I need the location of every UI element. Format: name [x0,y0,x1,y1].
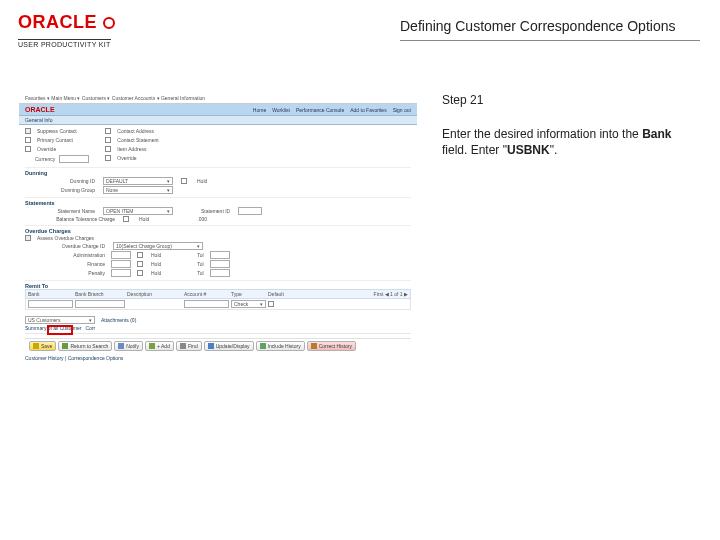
lbl-admin-hold: Hold [151,252,161,258]
lbl-contactaddr: Contact Address [117,128,154,134]
lbl-primary: Primary Contact [37,137,73,143]
col-branch: Bank Branch [75,291,125,297]
chk-itemaddr[interactable] [105,146,111,152]
nav-signout[interactable]: Sign out [393,107,411,113]
plus-icon [149,343,155,349]
save-button[interactable]: Save [29,341,56,351]
update-icon [208,343,214,349]
val-stmt-tol: .000 [197,216,207,222]
find-icon [180,343,186,349]
bank-input[interactable] [28,300,73,308]
lbl-ocid: Overdue Charge ID [25,243,105,249]
oracle-logo-dot-icon [103,17,115,29]
fld-finance[interactable] [111,260,131,268]
lbl-admin-tol: Tol [197,252,203,258]
sel-dunid[interactable]: DEFAULT▾ [103,177,173,185]
chk-assess[interactable] [25,235,31,241]
link-summary[interactable]: Summary of all Customer [25,325,81,331]
lbl-finance: Finance [25,261,105,267]
find-button[interactable]: Find [176,341,202,351]
app-header: ORACLE Home Worklist Performance Console… [19,104,417,115]
include-history-icon [260,343,266,349]
save-icon [33,343,39,349]
lbl-itemaddr: Item Address [117,146,146,152]
bold-bank: Bank [642,127,671,141]
fld-fin-tol[interactable] [210,260,230,268]
app-brand: ORACLE [25,106,55,113]
lbl-pen-hold: Hold [151,270,161,276]
sec-statements: Statements [25,197,411,206]
app-breadcrumb[interactable]: Favorites ▾ Main Menu ▾ Customers ▾ Cust… [19,93,417,104]
fld-stmtid[interactable] [238,207,262,215]
chk-fin-hold[interactable] [137,261,143,267]
app-sublink-bar: General Info [19,115,417,125]
lbl-currency: Currency [35,156,55,162]
chk-primary[interactable] [25,137,31,143]
step-label: Step 21 [442,92,700,108]
sel-ocid[interactable]: 10(Select Charge Group)▾ [113,242,203,250]
chk-contactstmt[interactable] [105,137,111,143]
return-icon [62,343,68,349]
bold-value: USBNK [507,143,550,157]
desc-cell [127,300,182,308]
lbl-admin: Administration [25,252,105,258]
chk-stmt-hold[interactable] [123,216,129,222]
lbl-dunid: Dunning ID [25,178,95,184]
type-select[interactable]: Check▾ [231,300,266,308]
footer-links[interactable]: Customer History | Correspondence Option… [25,355,411,361]
link-corr[interactable]: Corr [85,325,95,331]
notify-button[interactable]: Notify [114,341,143,351]
col-type: Type [231,291,266,297]
lbl-balfwd: Balance Tolerance Charge [25,216,115,222]
nav-home[interactable]: Home [253,107,266,113]
lbl-dungroup: Dunning Group [25,187,95,193]
sel-dungroup[interactable]: None▾ [103,186,173,194]
return-button[interactable]: Return to Search [58,341,112,351]
lbl-stmtid: Statement ID [201,208,230,214]
app-screenshot: Favorites ▾ Main Menu ▾ Customers ▾ Cust… [18,92,418,364]
acct-input[interactable] [184,300,229,308]
include-history-button[interactable]: Include History [256,341,305,351]
branch-input[interactable] [75,300,125,308]
fld-admin[interactable] [111,251,131,259]
page-title: Defining Customer Correspondence Options [400,18,700,41]
upk-subbrand: USER PRODUCTIVITY KIT [18,39,111,48]
chk-default[interactable] [268,301,274,307]
lbl-contactstmt: Contact Statement [117,137,158,143]
remit-grid-row: Check▾ [25,299,411,310]
chk-contactaddr[interactable] [105,128,111,134]
chk-suppress[interactable] [25,128,31,134]
chk-admin-hold[interactable] [137,252,143,258]
lbl-assess: Assess Overdue Charges [37,235,94,241]
grid-nav-count: 1 of 1 [390,291,403,297]
chk-pen-hold[interactable] [137,270,143,276]
sel-customer[interactable]: US Customers▾ [25,316,95,324]
notify-icon [118,343,124,349]
correct-history-button[interactable]: Correct History [307,341,356,351]
currency-field[interactable] [59,155,89,163]
fld-pen-tol[interactable] [210,269,230,277]
chk-dun-hold[interactable] [181,178,187,184]
chk-override[interactable] [105,155,111,161]
nav-perf[interactable]: Performance Console [296,107,344,113]
link-general[interactable]: General Info [25,117,53,123]
col-bank: Bank [28,291,73,297]
sel-stmtname[interactable]: OPEN ITEM▾ [103,207,173,215]
sec-dunning: Dunning [25,167,411,176]
lbl-penalty: Penalty [25,270,105,276]
lbl-override: Override [117,155,136,161]
fld-admin-tol[interactable] [210,251,230,259]
chk-overridecur[interactable] [25,146,31,152]
lbl-overridecur: Override [37,146,56,152]
correct-history-icon [311,343,317,349]
col-acct: Account # [184,291,229,297]
nav-worklist[interactable]: Worklist [272,107,290,113]
nav-addfav[interactable]: Add to Favorites [350,107,386,113]
fld-penalty[interactable] [111,269,131,277]
add-button[interactable]: + Add [145,341,174,351]
lbl-stmtname: Statement Name [25,208,95,214]
update-display-button[interactable]: Update/Display [204,341,254,351]
lbl-attach[interactable]: Attachments (0) [101,317,136,323]
lbl-stmt-hold: Hold [139,216,149,222]
grid-nav-first[interactable]: First [374,291,384,297]
